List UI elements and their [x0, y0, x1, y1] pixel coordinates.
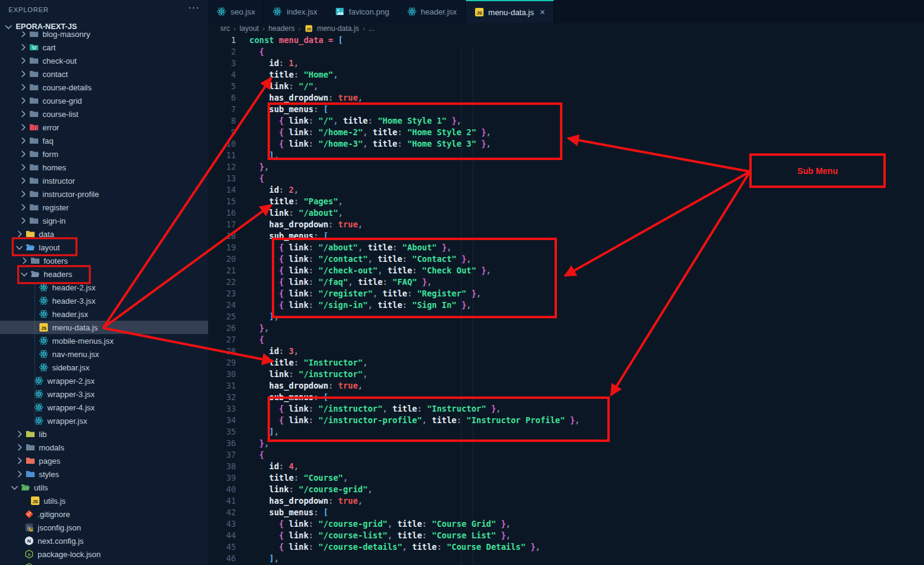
sidebar-item-package-json[interactable]: npackage.json [0, 561, 208, 565]
chevron-right-icon [15, 469, 24, 479]
sidebar-item-header-3-jsx[interactable]: header-3.jsx [0, 294, 208, 307]
sidebar-item-instructor-profile[interactable]: instructor-profile [0, 187, 208, 201]
item-label: course-list [42, 110, 78, 119]
breadcrumb-segment-[interactable]: ... [368, 24, 374, 33]
line-number: 3 [208, 58, 236, 69]
sidebar-item-menu-data-js[interactable]: JSmenu-data.js [0, 321, 208, 334]
code-line: 6 has_dropdown: true, [208, 92, 924, 104]
sidebar-item-check-out[interactable]: check-out [0, 54, 208, 67]
code-line: 36 }, [208, 438, 924, 449]
sidebar-item-course-details[interactable]: course-details [0, 81, 208, 94]
item-label: footers [44, 256, 68, 266]
chevron-right-icon [15, 443, 24, 452]
sidebar-item-lib[interactable]: lib [0, 427, 208, 441]
sidebar-item-register[interactable]: register [0, 201, 208, 214]
sidebar-item-package-lock-json[interactable]: npackage-lock.json [0, 547, 208, 561]
sidebar-item-headers[interactable]: headers [0, 267, 208, 281]
tab-header-jsx[interactable]: header.jsx [399, 0, 466, 23]
sidebar-item-sign-in[interactable]: sign-in [0, 214, 208, 227]
jsonjs-icon: {}JS [24, 523, 34, 532]
line-number: 44 [208, 530, 236, 541]
sidebar-item-data[interactable]: data [0, 227, 208, 241]
tab-seo-jsx[interactable]: seo.jsx [208, 0, 264, 23]
sidebar-item-root[interactable]: EPORA-NEXT-JS [0, 22, 208, 32]
code-line: 13 { [208, 173, 924, 184]
sidebar-item-styles[interactable]: styles [0, 467, 208, 481]
item-label: sign-in [42, 216, 66, 226]
code-line: 9 { link: "/home-2", title: "Home Style … [208, 127, 924, 138]
sidebar-item-wrapper-3-jsx[interactable]: wrapper-3.jsx [0, 387, 208, 401]
item-label: header-3.jsx [52, 296, 96, 306]
line-number: 14 [208, 184, 236, 196]
sidebar-item-pages[interactable]: pages [0, 454, 208, 467]
sidebar-item-instructor[interactable]: instructor [0, 174, 208, 187]
next-icon: N [24, 536, 34, 546]
sidebar-item-modals[interactable]: modals [0, 441, 208, 454]
chevron-right-icon [15, 229, 24, 239]
line-number: 4 [208, 69, 236, 81]
item-label: instructor [42, 176, 75, 186]
svg-text:JS: JS [307, 27, 311, 31]
sidebar-item-wrapper-4-jsx[interactable]: wrapper-4.jsx [0, 401, 208, 414]
image-icon [335, 7, 345, 16]
code-line: 19 { link: "/about", title: "About" }, [208, 242, 924, 253]
sidebar-item-layout[interactable]: layout [0, 241, 208, 254]
sidebar-item-mobile-menus-jsx[interactable]: mobile-menus.jsx [0, 334, 208, 347]
breadcrumb-segment-layout[interactable]: layout [240, 24, 259, 33]
more-actions-icon[interactable]: ··· [188, 2, 200, 13]
sidebar-item-course-list[interactable]: course-list [0, 107, 208, 121]
tab-favicon-png[interactable]: favicon.png [326, 0, 399, 23]
tab-index-jsx[interactable]: index.jsx [264, 0, 326, 23]
line-number: 28 [208, 346, 236, 357]
folder-icon [29, 176, 39, 186]
line-number: 26 [208, 323, 236, 334]
line-number: 10 [208, 138, 236, 150]
code-line: 33 { link: "/instructor", title: "Instru… [208, 403, 924, 415]
svg-text:JS: JS [32, 499, 38, 504]
sidebar-item-utils[interactable]: utils [0, 481, 208, 494]
item-label: .gitignore [38, 510, 70, 519]
code-line: 43 { link: "/course-grid", title: "Cours… [208, 518, 924, 530]
code-editor[interactable]: 1const menu_data = [2 {3 id: 1,4 title: … [208, 34, 924, 565]
sidebar-item-course-grid[interactable]: course-grid [0, 94, 208, 107]
sidebar-item-wrapper-jsx[interactable]: wrapper.jsx [0, 414, 208, 427]
item-label: jsconfig.json [38, 523, 81, 532]
sidebar-item-form[interactable]: form [0, 147, 208, 161]
js-icon: JS [305, 25, 313, 33]
sidebar-item-homes[interactable]: homes [0, 161, 208, 174]
code-line: 37 { [208, 449, 924, 461]
breadcrumb-segment-src[interactable]: src [220, 24, 230, 33]
breadcrumb-segment-menu-data-js[interactable]: JSmenu-data.js [304, 24, 359, 33]
sidebar-item-jsconfig-json[interactable]: {}JSjsconfig.json [0, 521, 208, 534]
folder-icon [29, 149, 39, 159]
sidebar-item-header-2-jsx[interactable]: header-2.jsx [0, 281, 208, 294]
line-number: 5 [208, 81, 236, 92]
tree-indent-guide [35, 282, 35, 427]
item-label: package-lock.json [38, 550, 101, 559]
sidebar-item-nav-menu-jsx[interactable]: nav-menu.jsx [0, 347, 208, 361]
react-icon [39, 296, 49, 306]
chevron-right-icon [18, 136, 28, 145]
sidebar-item-error[interactable]: !error [0, 121, 208, 134]
sidebar-item-cart[interactable]: cart [0, 41, 208, 54]
item-label: header-2.jsx [52, 283, 96, 292]
sidebar-item-sidebar-jsx[interactable]: sidebar.jsx [0, 361, 208, 374]
sidebar-item-contact[interactable]: contact [0, 67, 208, 81]
sidebar-item-utils-js[interactable]: JSutils.js [0, 494, 208, 507]
sidebar-item-footers[interactable]: footers [0, 254, 208, 267]
line-number: 39 [208, 472, 236, 484]
sidebar-item-gitignore[interactable]: .gitignore [0, 507, 208, 521]
sidebar-item-next-config-js[interactable]: Nnext.config.js [0, 534, 208, 547]
code-line: 27 { [208, 334, 924, 346]
tab-label: favicon.png [349, 7, 389, 16]
tab-menu-data-js[interactable]: JSmenu-data.js× [466, 0, 554, 23]
explorer-sidebar: blog-masonrycartcheck-outcontactcourse-d… [0, 0, 208, 565]
sidebar-item-faq[interactable]: faq [0, 134, 208, 147]
sidebar-item-header-jsx[interactable]: header.jsx [0, 307, 208, 321]
code-line: 35 ], [208, 426, 924, 438]
sidebar-item-wrapper-2-jsx[interactable]: wrapper-2.jsx [0, 374, 208, 387]
item-label: wrapper-2.jsx [47, 376, 95, 386]
close-icon[interactable]: × [540, 7, 545, 17]
breadcrumb-segment-headers[interactable]: headers [268, 24, 294, 33]
chevron-right-icon [18, 109, 28, 119]
